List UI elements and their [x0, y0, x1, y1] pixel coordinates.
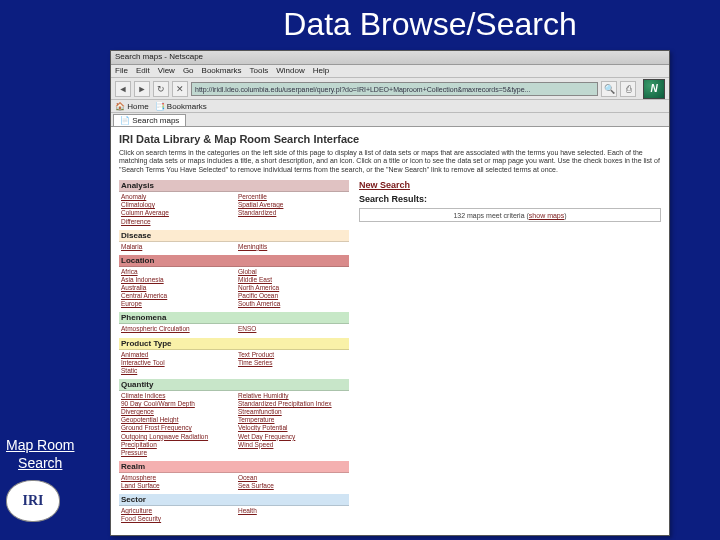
browser-window: Search maps - Netscape File Edit View Go… — [110, 50, 670, 536]
category-header: Location — [119, 255, 349, 267]
reload-button[interactable]: ↻ — [153, 81, 169, 97]
category-links: AnomalyClimatologyColumn AverageDifferen… — [119, 192, 349, 227]
search-term-link[interactable]: Central America — [121, 292, 230, 300]
search-term-link[interactable]: Africa — [121, 268, 230, 276]
menu-go[interactable]: Go — [183, 66, 194, 76]
search-term-link[interactable]: Standardized — [238, 209, 347, 217]
search-term-link[interactable]: Atmosphere — [121, 474, 230, 482]
menu-view[interactable]: View — [158, 66, 175, 76]
search-term-link[interactable]: Atmospheric Circulation — [121, 325, 230, 333]
search-term-link[interactable]: Europe — [121, 300, 230, 308]
search-term-link[interactable]: Standardized Precipitation Index — [238, 400, 347, 408]
search-term-link[interactable]: Wet Day Frequency — [238, 433, 347, 441]
url-input[interactable]: http://iridl.ldeo.columbia.edu/userpanel… — [191, 82, 598, 96]
category-links: MalariaMeningitis — [119, 242, 349, 252]
search-term-link[interactable]: Asia Indonesia — [121, 276, 230, 284]
search-term-link[interactable]: North America — [238, 284, 347, 292]
search-term-link[interactable]: Spatial Average — [238, 201, 347, 209]
search-term-link[interactable]: Sea Surface — [238, 482, 347, 490]
page-content: IRI Data Library & Map Room Search Inter… — [111, 127, 669, 535]
search-term-link[interactable]: Health — [238, 507, 347, 515]
category-block: PhenomenaAtmospheric CirculationENSO — [119, 312, 349, 334]
search-term-link[interactable]: Wind Speed — [238, 441, 347, 449]
search-term-link[interactable]: Animated — [121, 351, 230, 359]
category-links: Atmospheric CirculationENSO — [119, 324, 349, 334]
search-term-link[interactable]: Land Surface — [121, 482, 230, 490]
results-column: New Search Search Results: 132 maps meet… — [359, 180, 661, 527]
search-term-link[interactable]: Pressure — [121, 449, 230, 457]
search-term-link[interactable]: Static — [121, 367, 230, 375]
search-term-link[interactable]: South America — [238, 300, 347, 308]
search-term-link[interactable]: Agriculture — [121, 507, 230, 515]
search-term-link[interactable]: Streamfunction — [238, 408, 347, 416]
search-term-link[interactable]: Column Average — [121, 209, 230, 217]
bookmarks-bookmark[interactable]: 📑 Bookmarks — [155, 102, 207, 111]
bookmark-bar: 🏠 Home 📑 Bookmarks — [111, 100, 669, 113]
search-term-link[interactable]: Global — [238, 268, 347, 276]
search-term-link[interactable]: Australia — [121, 284, 230, 292]
search-term-link[interactable]: Relative Humidity — [238, 392, 347, 400]
back-button[interactable]: ◄ — [115, 81, 131, 97]
category-block: LocationAfricaAsia IndonesiaAustraliaCen… — [119, 255, 349, 310]
category-links: AtmosphereLand SurfaceOceanSea Surface — [119, 473, 349, 491]
search-button[interactable]: 🔍 — [601, 81, 617, 97]
menu-edit[interactable]: Edit — [136, 66, 150, 76]
netscape-throbber-icon: N — [643, 79, 665, 99]
categories-column: AnalysisAnomalyClimatologyColumn Average… — [119, 180, 349, 527]
home-bookmark[interactable]: 🏠 Home — [115, 102, 149, 111]
category-header: Product Type — [119, 338, 349, 350]
menu-help[interactable]: Help — [313, 66, 329, 76]
map-room-search-link[interactable]: Map Room Search — [6, 436, 74, 472]
search-term-link[interactable]: Climatology — [121, 201, 230, 209]
search-term-link[interactable]: Divergence — [121, 408, 230, 416]
category-header: Disease — [119, 230, 349, 242]
category-block: SectorAgricultureFood SecurityHealth — [119, 494, 349, 524]
search-term-link[interactable]: Time Series — [238, 359, 347, 367]
results-summary: 132 maps meet criteria (show maps) — [359, 208, 661, 222]
category-header: Realm — [119, 461, 349, 473]
menubar: File Edit View Go Bookmarks Tools Window… — [111, 65, 669, 78]
stop-button[interactable]: ✕ — [172, 81, 188, 97]
search-term-link[interactable]: Middle East — [238, 276, 347, 284]
search-term-link[interactable]: Interactive Tool — [121, 359, 230, 367]
page-heading: IRI Data Library & Map Room Search Inter… — [119, 133, 661, 145]
category-block: DiseaseMalariaMeningitis — [119, 230, 349, 252]
category-block: AnalysisAnomalyClimatologyColumn Average… — [119, 180, 349, 227]
search-term-link[interactable]: ENSO — [238, 325, 347, 333]
new-search-link[interactable]: New Search — [359, 180, 661, 190]
search-term-link[interactable]: Meningitis — [238, 243, 347, 251]
search-term-link[interactable]: Temperature — [238, 416, 347, 424]
search-term-link[interactable]: Velocity Potential — [238, 424, 347, 432]
category-block: RealmAtmosphereLand SurfaceOceanSea Surf… — [119, 461, 349, 491]
search-term-link[interactable]: Difference — [121, 218, 230, 226]
tab-search-maps[interactable]: 📄 Search maps — [113, 114, 186, 126]
search-term-link[interactable]: 90 Day Cool/Warm Depth — [121, 400, 230, 408]
search-term-link[interactable]: Anomaly — [121, 193, 230, 201]
menu-tools[interactable]: Tools — [250, 66, 269, 76]
search-term-link[interactable]: Geopotential Height — [121, 416, 230, 424]
category-header: Phenomena — [119, 312, 349, 324]
menu-bookmarks[interactable]: Bookmarks — [202, 66, 242, 76]
print-button[interactable]: ⎙ — [620, 81, 636, 97]
search-term-link[interactable]: Malaria — [121, 243, 230, 251]
tab-strip: 📄 Search maps — [111, 113, 669, 127]
search-term-link[interactable]: Precipitation — [121, 441, 230, 449]
search-term-link[interactable]: Outgoing Longwave Radiation — [121, 433, 230, 441]
category-header: Sector — [119, 494, 349, 506]
menu-file[interactable]: File — [115, 66, 128, 76]
iri-logo: IRI — [6, 480, 60, 522]
category-links: Climate Indices90 Day Cool/Warm DepthDiv… — [119, 391, 349, 458]
search-term-link[interactable]: Percentile — [238, 193, 347, 201]
category-links: AgricultureFood SecurityHealth — [119, 506, 349, 524]
forward-button[interactable]: ► — [134, 81, 150, 97]
search-term-link[interactable]: Climate Indices — [121, 392, 230, 400]
window-titlebar: Search maps - Netscape — [111, 51, 669, 65]
search-term-link[interactable]: Ground Frost Frequency — [121, 424, 230, 432]
search-term-link[interactable]: Food Security — [121, 515, 230, 523]
menu-window[interactable]: Window — [276, 66, 304, 76]
show-maps-link[interactable]: show maps — [529, 212, 564, 219]
search-term-link[interactable]: Pacific Ocean — [238, 292, 347, 300]
search-term-link[interactable]: Text Product — [238, 351, 347, 359]
search-term-link[interactable]: Ocean — [238, 474, 347, 482]
slide-title: Data Browse/Search — [0, 0, 720, 47]
